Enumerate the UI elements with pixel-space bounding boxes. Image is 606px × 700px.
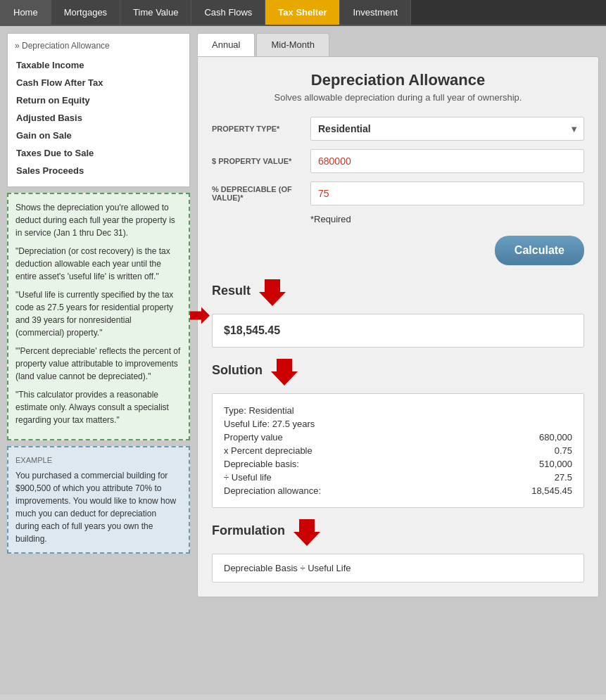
info-paragraph-2: "Depreciation (or cost recovery) is the … bbox=[15, 245, 182, 283]
content-area: Annual Mid-Month Depreciation Allowance … bbox=[197, 33, 599, 687]
sol-label-5: ÷ Useful life bbox=[224, 472, 272, 483]
solution-box: Type: Residential Useful Life: 27.5 year… bbox=[212, 393, 584, 508]
solution-row-2: Property value 680,000 bbox=[224, 431, 572, 444]
info-paragraph-5: "This calculator provides a reasonable e… bbox=[15, 388, 182, 426]
nav-mortgages[interactable]: Mortgages bbox=[51, 0, 120, 25]
sol-value-5: 27.5 bbox=[516, 472, 572, 483]
example-box: EXAMPLE You purchased a commercial build… bbox=[7, 446, 190, 554]
sol-label-2: Property value bbox=[224, 432, 283, 443]
solution-row-5: ÷ Useful life 27.5 bbox=[224, 471, 572, 484]
nav-tax-shelter[interactable]: Tax Shelter bbox=[265, 0, 340, 25]
sidebar-item-taxable-income[interactable]: Taxable Income bbox=[15, 56, 182, 74]
tab-annual[interactable]: Annual bbox=[197, 33, 255, 56]
svg-marker-3 bbox=[293, 519, 320, 546]
sidebar: » Depreciation Allowance Taxable Income … bbox=[7, 33, 190, 687]
sidebar-item-taxes-due-to-sale[interactable]: Taxes Due to Sale bbox=[15, 144, 182, 162]
sol-label-0: Type: Residential bbox=[224, 405, 294, 416]
info-paragraph-1: Shows the depreciation you're allowed to… bbox=[15, 201, 182, 239]
svg-marker-2 bbox=[271, 359, 298, 386]
result-title: Result bbox=[212, 284, 251, 298]
sidebar-nav: » Depreciation Allowance Taxable Income … bbox=[7, 33, 190, 187]
depreciable-group: % DEPRECIABLE (OF VALUE)* bbox=[212, 182, 584, 205]
nav-time-value[interactable]: Time Value bbox=[120, 0, 191, 25]
red-arrow-info bbox=[190, 306, 210, 328]
sol-value-6: 18,545.45 bbox=[516, 485, 572, 496]
required-note: *Required bbox=[310, 214, 584, 224]
tabs: Annual Mid-Month bbox=[197, 33, 599, 56]
svg-marker-1 bbox=[259, 279, 286, 306]
nav-cash-flows[interactable]: Cash Flows bbox=[191, 0, 265, 25]
example-label: EXAMPLE bbox=[15, 454, 182, 466]
sidebar-item-sales-proceeds[interactable]: Sales Proceeds bbox=[15, 162, 182, 179]
property-value-group: $ PROPERTY VALUE* bbox=[212, 149, 584, 173]
formulation-title: Formulation bbox=[212, 523, 285, 538]
nav-home[interactable]: Home bbox=[0, 0, 51, 25]
solution-row-4: Depreciable basis: 510,000 bbox=[224, 457, 572, 471]
sol-value-1 bbox=[516, 419, 572, 429]
calculate-button[interactable]: Calculate bbox=[495, 236, 584, 265]
sidebar-item-cash-flow-after-tax[interactable]: Cash Flow After Tax bbox=[15, 74, 182, 91]
property-type-select[interactable]: Residential Commercial bbox=[310, 117, 584, 141]
solution-title: Solution bbox=[212, 363, 263, 378]
sol-label-4: Depreciable basis: bbox=[224, 459, 299, 469]
solution-row-1: Useful Life: 27.5 years bbox=[224, 417, 572, 431]
nav-bar: Home Mortgages Time Value Cash Flows Tax… bbox=[0, 0, 606, 26]
formulation-arrow-icon bbox=[293, 519, 320, 548]
depreciable-label: % DEPRECIABLE (OF VALUE)* bbox=[212, 185, 310, 202]
main-card: Depreciation Allowance Solves allowable … bbox=[197, 56, 599, 597]
sidebar-item-return-on-equity[interactable]: Return on Equity bbox=[15, 91, 182, 109]
property-value-label: $ PROPERTY VALUE* bbox=[212, 157, 310, 165]
result-box: $18,545.45 bbox=[212, 314, 584, 348]
sol-label-1: Useful Life: 27.5 years bbox=[224, 419, 315, 429]
svg-marker-0 bbox=[190, 307, 210, 324]
tab-mid-month[interactable]: Mid-Month bbox=[256, 33, 329, 56]
property-type-group: PROPERTY TYPE* Residential Commercial ▼ bbox=[212, 117, 584, 141]
example-text: You purchased a commercial building for … bbox=[15, 469, 182, 545]
sidebar-header: » Depreciation Allowance bbox=[15, 41, 182, 51]
sol-label-6: Depreciation allowance: bbox=[224, 485, 321, 496]
solution-row-6: Depreciation allowance: 18,545.45 bbox=[224, 484, 572, 497]
solution-arrow-icon bbox=[271, 359, 298, 388]
sol-value-4: 510,000 bbox=[516, 459, 572, 469]
sol-value-0 bbox=[516, 405, 572, 416]
info-paragraph-4: "'Percent depreciable' reflects the perc… bbox=[15, 345, 182, 383]
property-value-input[interactable] bbox=[310, 149, 584, 173]
formula-box: Depreciable Basis ÷ Useful Life bbox=[212, 554, 584, 583]
main-layout: » Depreciation Allowance Taxable Income … bbox=[0, 26, 606, 694]
card-title: Depreciation Allowance bbox=[212, 71, 584, 89]
sidebar-item-adjusted-basis[interactable]: Adjusted Basis bbox=[15, 109, 182, 127]
result-arrow-icon bbox=[259, 279, 286, 308]
property-type-select-wrapper: Residential Commercial ▼ bbox=[310, 117, 584, 141]
sol-value-3: 0.75 bbox=[516, 445, 572, 456]
property-type-label: PROPERTY TYPE* bbox=[212, 125, 310, 133]
solution-row-0: Type: Residential bbox=[224, 404, 572, 417]
info-box: Shows the depreciation you're allowed to… bbox=[7, 193, 190, 440]
info-paragraph-3: "Useful life is currently specified by t… bbox=[15, 288, 182, 339]
sol-label-3: x Percent depreciable bbox=[224, 445, 313, 456]
depreciable-input[interactable] bbox=[310, 182, 584, 205]
sidebar-item-gain-on-sale[interactable]: Gain on Sale bbox=[15, 127, 182, 144]
sol-value-2: 680,000 bbox=[516, 432, 572, 443]
card-subtitle: Solves allowable depreciation during a f… bbox=[212, 92, 584, 103]
solution-row-3: x Percent depreciable 0.75 bbox=[224, 444, 572, 457]
nav-investment[interactable]: Investment bbox=[340, 0, 411, 25]
